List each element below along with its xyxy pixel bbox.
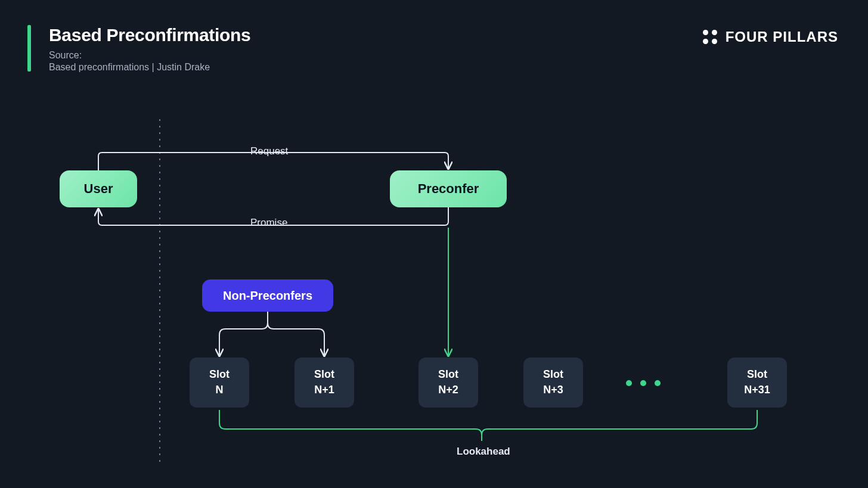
page-title: Based Preconfirmations <box>49 25 251 45</box>
preconfer-node: Preconfer <box>390 170 507 207</box>
ellipsis-icon <box>626 380 661 386</box>
accent-bar <box>27 25 31 72</box>
diagram-canvas: Based Preconfirmations Source: Based pre… <box>0 0 868 488</box>
slot-line2: N+2 <box>438 384 458 396</box>
slot-line1: Slot <box>747 369 767 381</box>
slot-n3: Slot N+3 <box>523 358 583 408</box>
user-node: User <box>60 170 137 207</box>
slot-line1: Slot <box>314 369 334 381</box>
slot-line2: N+3 <box>543 384 563 396</box>
source-text: Based preconfirmations | Justin Drake <box>49 62 210 73</box>
source-label: Source: <box>49 50 82 61</box>
brand-logo: FOUR PILLARS <box>703 29 838 45</box>
non-preconfers-node: Non-Preconfers <box>202 279 333 312</box>
promise-label: Promise <box>250 217 287 229</box>
slot-line1: Slot <box>209 369 230 381</box>
slot-line1: Slot <box>438 369 458 381</box>
request-label: Request <box>250 145 288 157</box>
slot-n31: Slot N+31 <box>727 358 787 408</box>
brand-name: FOUR PILLARS <box>726 29 838 45</box>
nonpre-to-slot-n1-arrow <box>268 312 324 355</box>
slot-line2: N+1 <box>314 384 334 396</box>
slot-line1: Slot <box>543 369 563 381</box>
connector-overlay <box>0 0 868 488</box>
slot-n: Slot N <box>190 358 249 408</box>
lookahead-bracket <box>219 410 757 441</box>
nonpre-to-slot-n-arrow <box>219 312 268 355</box>
brand-dots-icon <box>703 30 717 44</box>
slot-n1: Slot N+1 <box>294 358 354 408</box>
slot-line2: N+31 <box>744 384 770 396</box>
lookahead-label: Lookahead <box>457 446 510 458</box>
slot-line2: N <box>216 384 224 396</box>
slot-n2: Slot N+2 <box>418 358 478 408</box>
